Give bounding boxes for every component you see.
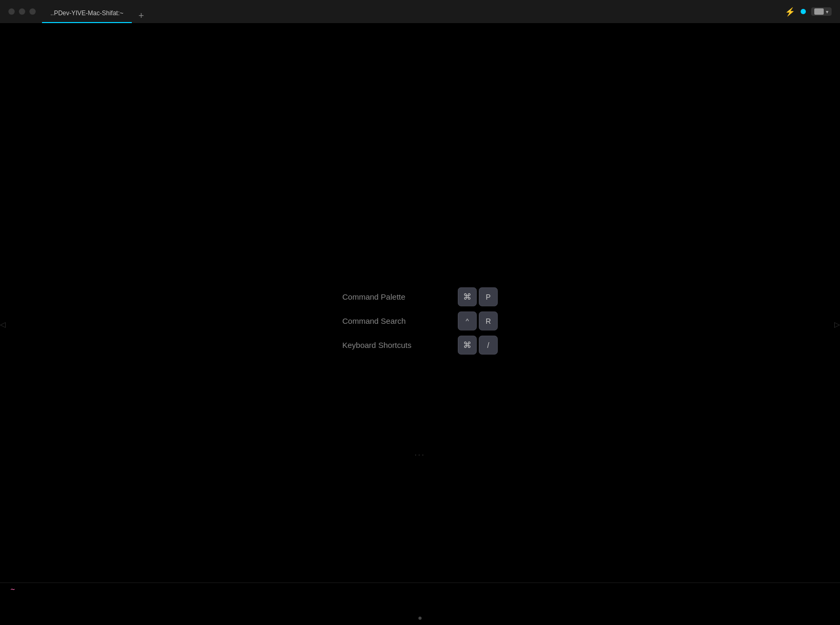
- keyboard-shortcuts-label: Keyboard Shortcuts: [342, 341, 447, 349]
- shortcuts-panel: Command Palette ⌘ P Command Search ^ R K…: [342, 287, 498, 354]
- prompt-line: ~: [10, 585, 15, 594]
- left-arrow-icon: ◁: [0, 320, 6, 329]
- command-palette-label: Command Palette: [342, 292, 447, 301]
- traffic-lights: [0, 8, 36, 15]
- bottom-center-dot: [418, 617, 422, 620]
- active-tab[interactable]: ..PDev-YIVE-Mac-Shifat:~: [42, 4, 132, 23]
- key-cmd-2: ⌘: [458, 335, 477, 354]
- tab-label: ..PDev-YIVE-Mac-Shifat:~: [50, 9, 123, 17]
- lightning-icon[interactable]: ⚡: [785, 7, 795, 17]
- profile-button[interactable]: ▾: [811, 7, 832, 16]
- command-search-label: Command Search: [342, 316, 447, 325]
- titlebar-right: ⚡ ▾: [785, 7, 840, 17]
- keyboard-shortcuts-keys: ⌘ /: [458, 335, 498, 354]
- chevron-down-icon: ▾: [826, 9, 828, 15]
- close-button[interactable]: [8, 8, 15, 15]
- plus-icon: +: [139, 10, 144, 22]
- status-dot: [801, 9, 806, 14]
- tabs-area: ..PDev-YIVE-Mac-Shifat:~ +: [42, 0, 149, 23]
- add-tab-button[interactable]: +: [134, 8, 149, 23]
- prompt-symbol: ~: [10, 585, 15, 594]
- key-r: R: [479, 311, 498, 330]
- key-slash: /: [479, 335, 498, 354]
- shortcut-row-palette: Command Palette ⌘ P: [342, 287, 498, 306]
- profile-rect-icon: [814, 8, 824, 15]
- key-ctrl: ^: [458, 311, 477, 330]
- command-search-keys: ^ R: [458, 311, 498, 330]
- terminal-body: ◁ ▷ Command Palette ⌘ P Command Search ^…: [0, 23, 840, 625]
- right-arrow-icon: ▷: [834, 320, 840, 329]
- shortcut-row-search: Command Search ^ R: [342, 311, 498, 330]
- key-cmd-1: ⌘: [458, 287, 477, 306]
- divider: [0, 582, 840, 583]
- command-palette-keys: ⌘ P: [458, 287, 498, 306]
- titlebar: ..PDev-YIVE-Mac-Shifat:~ + ⚡ ▾: [0, 0, 840, 23]
- minimize-button[interactable]: [19, 8, 25, 15]
- bottom-dots: ...: [415, 449, 426, 457]
- maximize-button[interactable]: [29, 8, 36, 15]
- shortcut-row-keyboard: Keyboard Shortcuts ⌘ /: [342, 335, 498, 354]
- key-p: P: [479, 287, 498, 306]
